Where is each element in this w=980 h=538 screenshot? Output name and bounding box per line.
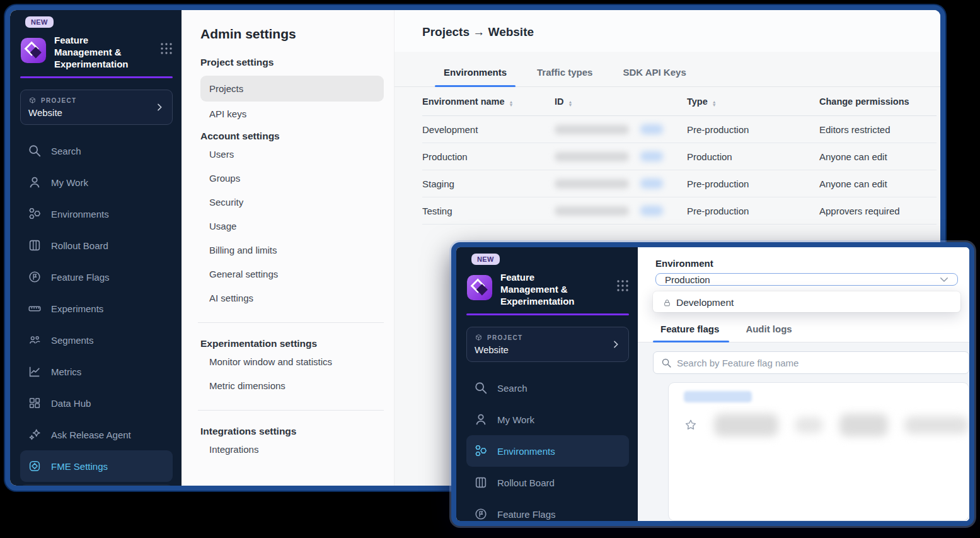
segments-icon	[28, 333, 42, 347]
overlay-sidebar-menu: Search My Work Environments Rollout Boar…	[466, 372, 629, 526]
feature-flag-card[interactable]	[668, 382, 969, 521]
table-row[interactable]: Development Pre-production Editors restr…	[422, 116, 937, 143]
table-row[interactable]: Staging Pre-production Anyone can edit	[422, 170, 937, 197]
sort-icon[interactable]: ▲▼	[509, 100, 514, 107]
sidebar-item-fme-settings[interactable]: FME Settings	[20, 450, 173, 482]
product-title: Feature Management & Experimentation	[54, 34, 137, 70]
search-icon	[661, 358, 672, 368]
project-switcher[interactable]: PROJECT Website	[20, 90, 173, 125]
admin-item-billing[interactable]: Billing and limits	[200, 238, 384, 262]
cube-icon	[28, 96, 37, 105]
project-name: Website	[28, 107, 76, 118]
tab-feature-flags[interactable]: Feature flags	[653, 319, 738, 342]
flag-icon	[28, 270, 42, 284]
tab-audit-logs[interactable]: Audit logs	[738, 319, 810, 342]
metrics-icon	[28, 365, 42, 378]
tab-environments[interactable]: Environments	[429, 61, 522, 86]
sidebar-item-label: Feature Flags	[51, 272, 110, 283]
admin-item-security[interactable]: Security	[200, 190, 384, 214]
dropdown-option-development[interactable]: Development	[653, 291, 960, 312]
sidebar-item-environments[interactable]: Environments	[20, 198, 173, 230]
environment-select[interactable]: Production	[655, 273, 958, 286]
environments-icon	[474, 444, 488, 458]
column-header-type[interactable]: Type▲▼	[687, 96, 819, 107]
column-header-environment-name[interactable]: Environment name▲▼	[422, 96, 555, 107]
lock-icon	[663, 299, 671, 307]
sidebar-item-ask-release-agent[interactable]: Ask Release Agent	[20, 419, 173, 450]
star-icon[interactable]	[684, 418, 698, 432]
fme-settings-icon	[28, 459, 42, 473]
divider	[198, 322, 384, 323]
type-cell: Production	[687, 151, 819, 162]
sidebar-item-my-work[interactable]: My Work	[466, 404, 629, 435]
section-header-integrations-settings: Integrations settings	[200, 426, 384, 437]
sidebar-item-rollout-board[interactable]: Rollout Board	[20, 230, 173, 261]
new-badge: NEW	[471, 254, 500, 265]
id-cell-redacted	[555, 124, 687, 134]
main-tabs: Environments Traffic types SDK API Keys	[395, 61, 940, 87]
sidebar-item-feature-flags[interactable]: Feature Flags	[466, 498, 629, 526]
flag-name-redacted	[684, 391, 752, 402]
admin-item-groups[interactable]: Groups	[200, 167, 384, 190]
redacted-content	[904, 416, 969, 434]
feature-flag-search[interactable]	[653, 351, 969, 374]
sidebar-item-environments[interactable]: Environments	[466, 435, 629, 467]
overlay-content: Environment Production Development Produ…	[638, 247, 969, 521]
feature-flags-section	[638, 342, 969, 521]
column-header-id[interactable]: ID▲▼	[555, 96, 687, 107]
environment-name-cell: Staging	[422, 178, 555, 189]
environments-table: Environment name▲▼ ID▲▼ Type▲▼ Change pe…	[422, 87, 937, 225]
sidebar-item-rollout-board[interactable]: Rollout Board	[466, 467, 629, 498]
admin-item-usage[interactable]: Usage	[200, 214, 384, 238]
admin-item-integrations[interactable]: Integrations	[200, 438, 384, 461]
sidebar-item-partial	[20, 484, 173, 491]
section-header-account-settings: Account settings	[200, 131, 384, 142]
sparkles-icon	[28, 428, 42, 442]
admin-item-users[interactable]: Users	[200, 143, 384, 166]
person-icon	[28, 175, 42, 189]
admin-item-api-keys[interactable]: API keys	[200, 102, 384, 126]
person-icon	[474, 412, 488, 426]
sidebar-item-feature-flags[interactable]: Feature Flags	[20, 261, 173, 293]
sidebar-item-metrics[interactable]: Metrics	[20, 356, 173, 387]
app-launcher-icon[interactable]	[616, 279, 629, 292]
ruler-icon	[28, 301, 42, 315]
project-name: Website	[475, 344, 522, 355]
sidebar-item-segments[interactable]: Segments	[20, 324, 173, 356]
sidebar-item-search[interactable]: Search	[20, 135, 173, 167]
window-overlay: NEW Feature Management & Experimentation	[451, 242, 974, 526]
sidebar-item-search[interactable]: Search	[466, 372, 629, 404]
table-header-row: Environment name▲▼ ID▲▼ Type▲▼ Change pe…	[422, 87, 937, 116]
tab-sdk-api-keys[interactable]: SDK API Keys	[608, 61, 701, 86]
sidebar-item-my-work[interactable]: My Work	[20, 167, 173, 198]
sidebar-item-label: Metrics	[51, 366, 81, 377]
app-launcher-icon[interactable]	[160, 42, 173, 55]
admin-item-monitor-window[interactable]: Monitor window and statistics	[200, 350, 384, 373]
project-switcher[interactable]: PROJECT Website	[466, 327, 629, 362]
project-label: PROJECT	[41, 97, 76, 104]
environment-name-cell: Production	[422, 151, 555, 162]
sidebar-item-label: Environments	[497, 446, 555, 457]
search-input[interactable]	[677, 358, 962, 368]
admin-item-metric-dimensions[interactable]: Metric dimensions	[200, 374, 384, 397]
id-cell-redacted	[555, 206, 687, 216]
redacted-content	[714, 414, 778, 436]
admin-item-projects[interactable]: Projects	[200, 76, 384, 102]
table-row[interactable]: Testing Pre-production Approvers require…	[422, 197, 937, 225]
tab-traffic-types[interactable]: Traffic types	[522, 61, 608, 86]
sidebar-item-experiments[interactable]: Experiments	[20, 293, 173, 324]
table-row[interactable]: Production Production Anyone can edit	[422, 143, 937, 170]
sidebar-item-data-hub[interactable]: Data Hub	[20, 387, 173, 419]
breadcrumb: Projects → Website	[422, 25, 940, 39]
app-logo-icon	[466, 274, 493, 301]
redacted-content	[839, 414, 888, 436]
admin-item-general-settings[interactable]: General settings	[200, 262, 384, 286]
sort-icon[interactable]: ▲▼	[568, 100, 573, 107]
sidebar-item-label: FME Settings	[51, 461, 108, 472]
sidebar-item-label: My Work	[497, 414, 534, 425]
sidebar-item-label: Segments	[51, 335, 94, 346]
section-header-project-settings: Project settings	[200, 57, 384, 68]
admin-item-ai-settings[interactable]: AI settings	[200, 286, 384, 310]
sort-icon[interactable]: ▲▼	[712, 100, 717, 107]
board-icon	[474, 476, 488, 489]
